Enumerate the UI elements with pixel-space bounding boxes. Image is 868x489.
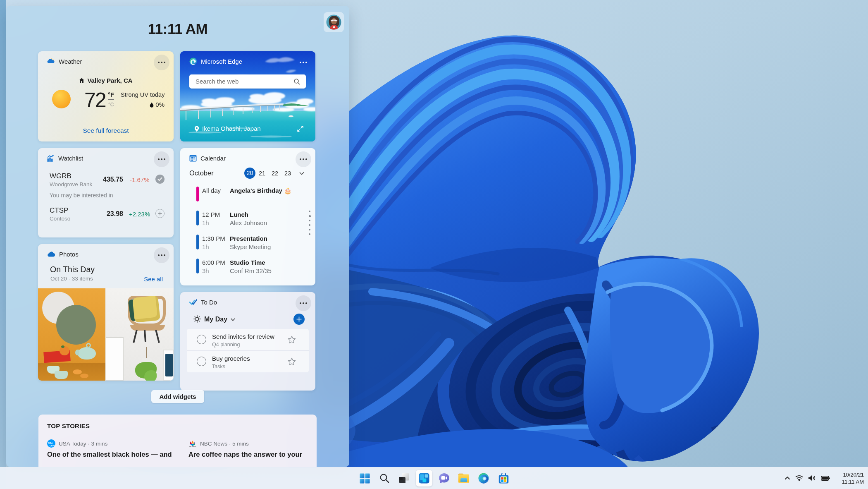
svg-text:NBC NEWS: NBC NEWS [189,446,196,448]
